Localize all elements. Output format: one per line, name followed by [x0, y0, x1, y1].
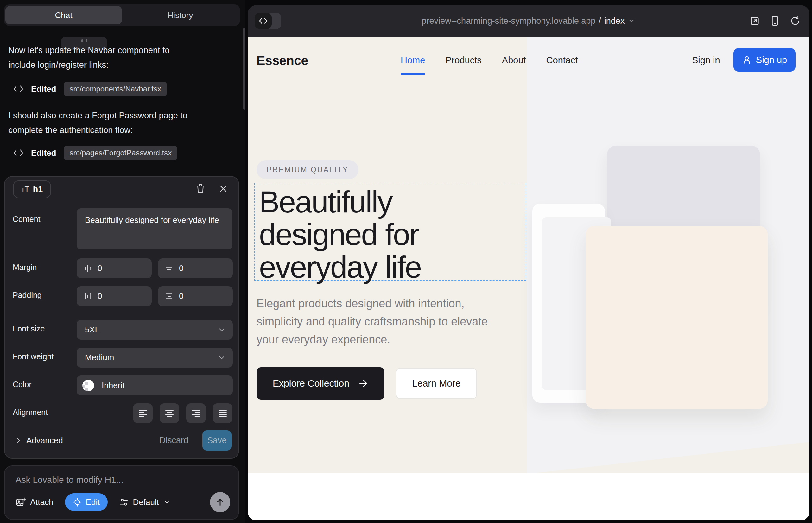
padding-x-input[interactable]: 0: [77, 286, 152, 306]
content-label: Content: [13, 215, 40, 224]
delete-element-button[interactable]: [195, 183, 206, 194]
url-separator: /: [599, 16, 601, 26]
chat-message: I should also create a Forgot Password p…: [8, 108, 188, 138]
discard-button[interactable]: Discard: [159, 436, 189, 446]
edited-file-chip[interactable]: src/components/Navbar.tsx: [64, 82, 166, 96]
sign-in-link[interactable]: Sign in: [692, 55, 720, 66]
edited-label: Edited: [31, 148, 56, 158]
edited-file-row: Edited src/pages/ForgotPassword.tsx: [13, 146, 177, 160]
nav-link-products[interactable]: Products: [445, 55, 481, 66]
url-path: index: [604, 16, 625, 26]
refresh-icon[interactable]: [790, 16, 800, 26]
hero-paragraph: Elegant products designed with intention…: [257, 294, 513, 348]
explore-collection-label: Explore Collection: [273, 378, 349, 389]
margin-y-input[interactable]: 0: [158, 258, 233, 278]
element-editor-panel: тT h1 Content Beautifully designed for e…: [4, 176, 239, 459]
arrow-up-icon: [215, 497, 225, 507]
save-button[interactable]: Save: [202, 430, 231, 451]
font-weight-value: Medium: [85, 353, 114, 362]
tab-chat[interactable]: Chat: [5, 6, 122, 24]
model-selector[interactable]: Default: [119, 497, 170, 507]
edited-file-row: Edited src/components/Navbar.tsx: [13, 82, 167, 96]
chat-message-line: complete the authentication flow:: [8, 123, 188, 138]
arrow-right-icon: [358, 378, 368, 389]
chevron-down-icon: [217, 354, 226, 362]
browser-actions: [749, 5, 800, 37]
chat-scrollbar-thumb[interactable]: [243, 28, 245, 110]
open-external-icon[interactable]: [749, 16, 760, 26]
color-label: Color: [13, 380, 32, 389]
target-icon: [72, 497, 82, 507]
tab-history[interactable]: History: [122, 6, 239, 24]
element-tag-label: h1: [33, 184, 43, 194]
nav-link-contact[interactable]: Contact: [546, 55, 578, 66]
image-plus-icon: [16, 497, 26, 507]
content-textarea[interactable]: Beautifully designed for everyday life: [77, 208, 232, 250]
hero-heading-line: everyday life: [259, 251, 421, 283]
chat-history-tabs: Chat History: [4, 4, 240, 26]
padding-vertical-icon: [164, 292, 174, 301]
align-left-button[interactable]: [133, 403, 153, 423]
edit-mode-button[interactable]: Edit: [65, 493, 108, 511]
advanced-toggle[interactable]: Advanced: [15, 436, 63, 446]
margin-label: Margin: [13, 263, 37, 272]
color-value: Inherit: [102, 381, 124, 390]
editor-footer: Advanced Discard Save: [15, 430, 231, 451]
padding-y-input[interactable]: 0: [158, 286, 233, 306]
decor-card-cream: [586, 226, 768, 409]
color-picker-field[interactable]: Inherit: [77, 376, 233, 395]
sign-up-label: Sign up: [756, 55, 787, 65]
sign-up-button[interactable]: Sign up: [734, 48, 796, 72]
attach-button[interactable]: Attach: [16, 497, 54, 507]
padding-y-value: 0: [179, 291, 183, 301]
margin-vertical-icon: [164, 264, 174, 273]
site-viewport: Essence Home Products About Contact Sign…: [248, 37, 810, 521]
nav-link-home[interactable]: Home: [401, 55, 425, 66]
url-domain: preview--charming-site-symphony.lovable.…: [422, 16, 596, 26]
mobile-view-icon[interactable]: [770, 16, 780, 26]
margin-x-value: 0: [98, 264, 102, 273]
chat-message: Now let's update the Navbar component to…: [8, 43, 170, 72]
send-button[interactable]: [210, 492, 230, 512]
preview-browser-frame: preview--charming-site-symphony.lovable.…: [248, 5, 810, 521]
code-icon: [13, 85, 23, 93]
url-bar[interactable]: preview--charming-site-symphony.lovable.…: [248, 5, 810, 37]
hero-heading-line: designed for: [259, 218, 421, 251]
section-below-hero: [248, 473, 810, 521]
chevron-down-icon: [217, 326, 226, 334]
explore-collection-button[interactable]: Explore Collection: [257, 367, 385, 399]
nav-link-about[interactable]: About: [502, 55, 526, 66]
hero-heading-line: Beautifully: [259, 185, 421, 218]
margin-x-input[interactable]: 0: [77, 258, 152, 278]
font-weight-select[interactable]: Medium: [77, 348, 233, 367]
chat-composer: Ask Lovable to modify H1... Attach Edit …: [4, 465, 239, 520]
padding-label: Padding: [13, 291, 42, 300]
font-size-value: 5XL: [85, 325, 100, 335]
hero-cta-row: Explore Collection Learn More: [257, 367, 477, 399]
font-size-label: Font size: [13, 324, 45, 333]
lovable-side-panel: Chat History Now let's update the Navbar…: [0, 0, 245, 523]
align-center-button[interactable]: [160, 403, 179, 423]
alignment-label: Alignment: [13, 408, 48, 417]
edited-file-chip[interactable]: src/pages/ForgotPassword.tsx: [64, 146, 177, 160]
model-selector-label: Default: [133, 497, 159, 507]
learn-more-button[interactable]: Learn More: [396, 368, 477, 399]
premium-quality-badge: PREMIUM QUALITY: [257, 160, 358, 179]
chevron-down-icon: [628, 17, 635, 25]
font-weight-label: Font weight: [13, 352, 54, 361]
advanced-label: Advanced: [26, 436, 63, 446]
edit-mode-label: Edit: [86, 497, 100, 507]
site-nav: Home Products About Contact: [401, 55, 578, 66]
chat-message-line: I should also create a Forgot Password p…: [8, 108, 188, 123]
align-right-button[interactable]: [186, 403, 206, 423]
chat-message-line: Now let's update the Navbar component to: [8, 43, 170, 58]
composer-input[interactable]: Ask Lovable to modify H1...: [16, 475, 124, 485]
font-size-select[interactable]: 5XL: [77, 320, 233, 340]
sliders-icon: [119, 497, 128, 507]
attach-label: Attach: [30, 497, 54, 507]
align-justify-button[interactable]: [213, 403, 232, 423]
composer-toolbar: Attach Edit Default: [16, 492, 230, 512]
close-editor-button[interactable]: [217, 183, 229, 194]
site-logo[interactable]: Essence: [257, 53, 308, 68]
hero-heading[interactable]: Beautifully designed for everyday life: [259, 185, 421, 283]
